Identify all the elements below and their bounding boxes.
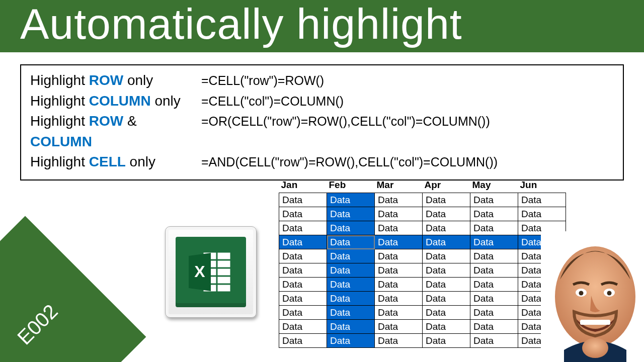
table-cell: Data (375, 306, 423, 320)
table-cell: Data (470, 292, 518, 306)
table-cell: Data (279, 334, 327, 348)
table-row: DataDataDataDataDataData (279, 263, 566, 278)
excel-app-badge: X (165, 226, 257, 318)
formula-label: Highlight CELL only (30, 152, 201, 172)
formula-row: Highlight CELL only=AND(CELL("row")=ROW(… (30, 152, 614, 172)
table-cell: Data (327, 334, 375, 348)
formula-row: Highlight COLUMN only=CELL("col")=COLUMN… (30, 91, 614, 112)
table-row: DataDataDataDataDataData (279, 292, 566, 306)
table-row: DataDataDataDataDataData (279, 193, 566, 207)
svg-point-14 (607, 291, 612, 296)
table-row: DataDataDataDataDataData (279, 207, 566, 221)
table-cell: Data (423, 193, 470, 207)
table-cell: Data (470, 320, 518, 334)
table-cell: Data (423, 235, 470, 249)
table-cell: Data (375, 334, 423, 348)
table-cell: Data (470, 207, 518, 221)
table-cell: Data (423, 306, 470, 320)
table-header: Feb (327, 178, 375, 193)
table-cell: Data (470, 263, 518, 278)
table-cell: Data (470, 221, 518, 235)
formula-code: =CELL("row")=ROW() (201, 71, 324, 89)
table-row: DataDataDataDataDataData (279, 320, 566, 334)
presenter-photo (541, 231, 644, 362)
table-cell: Data (279, 320, 327, 334)
table-cell: Data (327, 235, 375, 249)
table-cell: Data (423, 320, 470, 334)
svg-point-13 (579, 291, 584, 296)
formula-code: =AND(CELL("row")=ROW(),CELL("col")=COLUM… (201, 153, 498, 171)
table-cell: Data (470, 249, 518, 263)
table-header: Jan (279, 178, 327, 193)
table-cell: Data (423, 221, 470, 235)
table-cell: Data (327, 263, 375, 278)
table-cell: Data (423, 263, 470, 278)
table-row: DataDataDataDataDataData (279, 235, 566, 249)
table-row: DataDataDataDataDataData (279, 278, 566, 292)
table-header: May (470, 178, 518, 193)
table-cell: Data (279, 235, 327, 249)
table-cell: Data (375, 221, 423, 235)
table-cell: Data (423, 278, 470, 292)
formula-label: Highlight ROW only (30, 70, 201, 91)
table-cell: Data (279, 292, 327, 306)
table-cell: Data (279, 306, 327, 320)
table-cell: Data (518, 193, 566, 207)
table-cell: Data (375, 193, 423, 207)
table-cell: Data (375, 292, 423, 306)
table-header: Apr (423, 178, 470, 193)
svg-rect-15 (580, 320, 610, 325)
table-cell: Data (423, 334, 470, 348)
table-cell: Data (279, 207, 327, 221)
svg-text:X: X (194, 262, 205, 281)
formula-reference-box: Highlight ROW only=CELL("row")=ROW()High… (20, 64, 624, 180)
table-cell: Data (327, 249, 375, 263)
table-cell: Data (279, 263, 327, 278)
table-cell: Data (375, 235, 423, 249)
table-row: DataDataDataDataDataData (279, 221, 566, 235)
table-cell: Data (375, 320, 423, 334)
table-cell: Data (470, 193, 518, 207)
table-cell: Data (470, 278, 518, 292)
table-cell: Data (327, 193, 375, 207)
table-cell: Data (327, 221, 375, 235)
formula-code: =CELL("col")=COLUMN() (201, 92, 344, 110)
table-row: DataDataDataDataDataData (279, 249, 566, 263)
table-cell: Data (327, 306, 375, 320)
table-cell: Data (470, 235, 518, 249)
table-cell: Data (327, 320, 375, 334)
table-cell: Data (423, 292, 470, 306)
excel-icon: X (176, 237, 246, 307)
table-cell: Data (375, 278, 423, 292)
table-row: DataDataDataDataDataData (279, 334, 566, 348)
table-cell: Data (279, 221, 327, 235)
table-cell: Data (327, 292, 375, 306)
table-cell: Data (375, 263, 423, 278)
formula-code: =OR(CELL("row")=ROW(),CELL("col")=COLUMN… (201, 112, 490, 130)
table-cell: Data (375, 207, 423, 221)
table-cell: Data (279, 249, 327, 263)
table-cell: Data (518, 207, 566, 221)
sample-data-table: JanFebMarAprMayJunDataDataDataDataDataDa… (279, 178, 566, 348)
table-cell: Data (375, 249, 423, 263)
table-header: Mar (375, 178, 423, 193)
table-cell: Data (470, 306, 518, 320)
table-cell: Data (279, 193, 327, 207)
table-cell: Data (470, 334, 518, 348)
formula-label: Highlight ROW & COLUMN (30, 111, 201, 152)
formula-row: Highlight ROW only=CELL("row")=ROW() (30, 70, 614, 91)
svg-point-16 (582, 338, 608, 358)
table-cell: Data (279, 278, 327, 292)
table-cell: Data (423, 249, 470, 263)
table-row: DataDataDataDataDataData (279, 306, 566, 320)
table-cell: Data (327, 207, 375, 221)
table-cell: Data (327, 278, 375, 292)
formula-label: Highlight COLUMN only (30, 91, 201, 112)
page-title: Automatically highlight (20, 2, 624, 45)
table-header: Jun (518, 178, 566, 193)
formula-row: Highlight ROW & COLUMN=OR(CELL("row")=RO… (30, 111, 614, 152)
title-banner: Automatically highlight (0, 0, 644, 55)
table-cell: Data (423, 207, 470, 221)
